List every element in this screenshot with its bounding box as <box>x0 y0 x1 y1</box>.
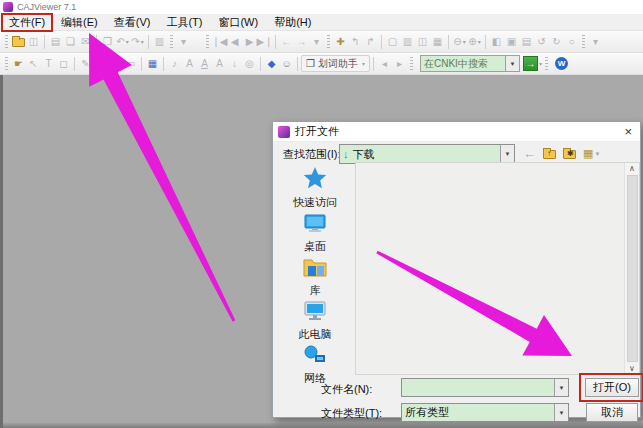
save-icon[interactable]: ◫ <box>26 33 41 51</box>
last-page-icon[interactable]: ▶❘ <box>257 33 272 51</box>
select-image-icon[interactable]: T <box>41 55 56 73</box>
forward-view-icon[interactable]: → <box>294 33 309 51</box>
toolbar-separator <box>96 35 97 49</box>
dialog-sidebar-item-library[interactable]: 库 <box>302 254 328 298</box>
file-name-combobox[interactable]: ▼ <box>401 378 569 397</box>
line-icon[interactable]: ╱ <box>93 55 108 73</box>
fit-page-icon[interactable]: ▣ <box>504 33 519 51</box>
rotate-right-icon[interactable]: ↻ <box>549 33 564 51</box>
new-folder-icon[interactable]: ✱ <box>563 150 576 159</box>
open-file-icon[interactable] <box>11 33 26 51</box>
cnki-search-input[interactable]: 在CNKI中搜索 ▼ <box>420 55 520 72</box>
print-icon[interactable]: ▤ <box>48 33 63 51</box>
toolbar-separator <box>260 57 261 71</box>
back-icon[interactable]: ← <box>523 146 536 161</box>
pan-tool-icon[interactable]: ✚ <box>333 33 348 51</box>
facing-page-icon[interactable]: ◫ <box>415 33 430 51</box>
dialog-sidebar-item-computer[interactable]: 此电脑 <box>299 298 332 342</box>
scroll-down-icon[interactable]: ∨ <box>629 364 635 373</box>
dialog-sidebar-item-quick[interactable]: 快速访问 <box>293 166 337 210</box>
toolbar-standard: ◫▤❏✉❐↶▾↷▾▥▾❘◀◀▶▶❘←→▾✚↰↱▢▥◫▦⊖▾⊕▾◧▣▤↺↻○▾ <box>0 31 643 53</box>
menu-window[interactable]: 窗口(W) <box>210 14 266 31</box>
freetext-icon[interactable]: A <box>182 55 197 73</box>
dialog-sidebar-item-desktop[interactable]: 桌面 <box>302 210 328 254</box>
chevron-down-icon[interactable]: ▾ <box>539 60 542 67</box>
print-preview-icon[interactable]: ❏ <box>63 33 78 51</box>
word-assistant-button[interactable]: ❐ 划词助手 ▾ <box>301 55 370 72</box>
cnki-logo-icon[interactable]: W <box>555 57 568 70</box>
file-name-input[interactable] <box>402 379 554 396</box>
continuous-page-icon[interactable]: ▥ <box>400 33 415 51</box>
magnifier-icon[interactable]: ○ <box>564 33 579 51</box>
file-list-area[interactable]: ∧ ∨ <box>355 162 640 375</box>
open-button[interactable]: 打开(O) <box>585 378 639 397</box>
look-in-combobox[interactable]: ↓ 下载 ▼ <box>339 144 515 164</box>
single-page-icon[interactable]: ▢ <box>385 33 400 51</box>
arrow-annotation-icon[interactable]: ↓ <box>227 55 242 73</box>
actual-size-icon[interactable]: ▤ <box>519 33 534 51</box>
back-view-icon[interactable]: ← <box>279 33 294 51</box>
zoom-in-icon[interactable]: ⊕▾ <box>467 33 482 51</box>
close-icon[interactable]: × <box>624 125 632 138</box>
toolbar-grip <box>170 35 173 48</box>
rectangle-icon[interactable]: ▭ <box>123 55 138 73</box>
first-page-icon[interactable]: ❘◀ <box>212 33 227 51</box>
menu-file[interactable]: 文件(F) <box>1 13 53 32</box>
continuous-facing-icon[interactable]: ▦ <box>430 33 445 51</box>
fit-width-icon[interactable]: ◧ <box>489 33 504 51</box>
dialog-titlebar[interactable]: 打开文件 × <box>273 122 640 142</box>
menu-help[interactable]: 帮助(H) <box>266 14 319 31</box>
app-icon <box>3 2 13 12</box>
nav-overflow-icon[interactable]: ▾ <box>309 33 324 51</box>
ocr-icon[interactable]: ◆ <box>264 55 279 73</box>
email-icon[interactable]: ✉ <box>78 33 93 51</box>
vertical-scrollbar[interactable]: ∧ ∨ <box>624 163 639 374</box>
prev-page-icon[interactable]: ◀ <box>227 33 242 51</box>
page-setup-icon[interactable]: ❐ <box>100 33 115 51</box>
chevron-down-icon[interactable]: ▼ <box>554 379 568 396</box>
dialog-sidebar-item-network[interactable]: 网络 <box>302 342 328 386</box>
toolbar-grip <box>545 57 548 70</box>
pencil-icon[interactable]: ✎ <box>78 55 93 73</box>
underline-text-icon[interactable]: A <box>197 55 212 73</box>
rotate-left-icon[interactable]: ↺ <box>534 33 549 51</box>
next-page-icon[interactable]: ▶ <box>242 33 257 51</box>
assistant-next-icon[interactable]: ▸ <box>392 55 407 73</box>
undo-icon[interactable]: ↶▾ <box>115 33 130 51</box>
chevron-down-icon[interactable]: ▼ <box>505 56 519 71</box>
menu-view[interactable]: 查看(V) <box>106 14 159 31</box>
dialog-places-sidebar: 快速访问桌面库此电脑网络 <box>277 164 353 380</box>
chevron-down-icon[interactable]: ▼ <box>500 145 514 163</box>
zoom-out-icon[interactable]: ⊖▾ <box>452 33 467 51</box>
cnki-search-go-button[interactable]: → <box>523 56 538 71</box>
chevron-down-icon[interactable]: ▼ <box>554 404 568 421</box>
redo-icon[interactable]: ↷▾ <box>130 33 145 51</box>
view-menu-icon[interactable]: ▦▼ <box>583 147 600 160</box>
menu-tools[interactable]: 工具(T) <box>158 14 210 31</box>
up-one-level-icon[interactable]: ↑ <box>543 150 556 159</box>
cancel-button[interactable]: 取消 <box>586 403 638 422</box>
hand-tool-icon[interactable]: ☛ <box>11 55 26 73</box>
select-text-icon[interactable]: ↖ <box>26 55 41 73</box>
font-color-icon[interactable]: A <box>212 55 227 73</box>
computer-icon <box>302 298 328 326</box>
scroll-up-icon[interactable]: ∧ <box>629 164 635 173</box>
file-type-combobox[interactable]: 所有类型 ▼ <box>401 403 569 422</box>
curve-icon[interactable]: ≈ <box>108 55 123 73</box>
note-icon[interactable]: ♪ <box>167 55 182 73</box>
properties-icon[interactable]: ▥ <box>152 33 167 51</box>
image-annotation-icon[interactable]: ▦ <box>145 55 160 73</box>
assistant-prev-icon[interactable]: ◂ <box>377 55 392 73</box>
assistant-face-icon[interactable]: ☺ <box>279 55 294 73</box>
menu-edit[interactable]: 编辑(E) <box>53 14 106 31</box>
next-view-icon[interactable]: ↱ <box>363 33 378 51</box>
toolbar-overflow-icon[interactable]: ▾ <box>176 33 191 51</box>
view-overflow-icon[interactable]: ▾ <box>588 33 603 51</box>
highlight-icon[interactable]: ◎ <box>242 55 257 73</box>
snapshot-icon[interactable]: ◻ <box>56 55 71 73</box>
scrollbar-thumb[interactable] <box>627 175 638 362</box>
sidebar-item-label: 快速访问 <box>293 195 337 210</box>
toolbar-grip <box>410 57 413 70</box>
prev-view-icon[interactable]: ↰ <box>348 33 363 51</box>
file-type-label: 文件类型(T): <box>321 406 382 421</box>
